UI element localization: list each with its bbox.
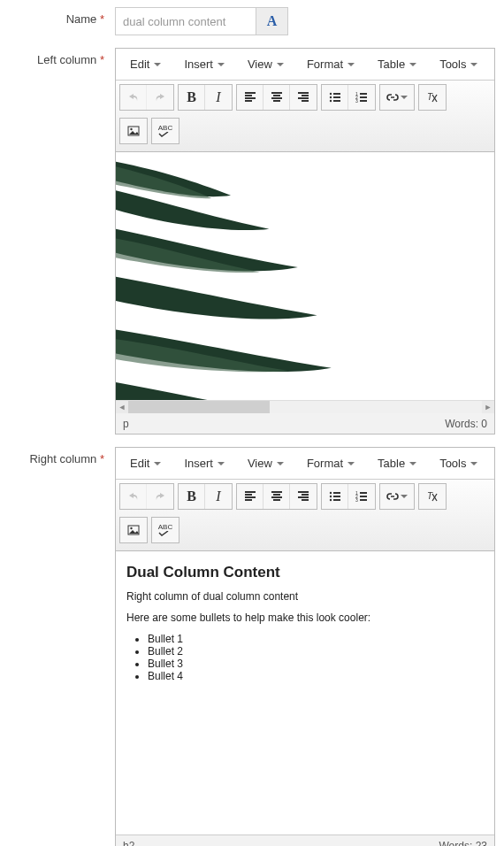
align-left-button[interactable]: [237, 484, 263, 509]
svg-point-44: [329, 496, 331, 497]
chevron-down-icon: [347, 462, 355, 465]
svg-text:T: T: [427, 92, 433, 102]
clear-format-icon: T: [426, 91, 439, 104]
required-mark: *: [100, 452, 104, 465]
name-label: Name *: [9, 7, 115, 26]
chevron-down-icon: [409, 462, 416, 465]
chevron-down-icon: [277, 63, 284, 66]
redo-icon: [154, 91, 166, 104]
bold-button[interactable]: B: [179, 85, 205, 110]
left-column-label: Left column *: [9, 48, 115, 66]
menu-tools[interactable]: Tools: [432, 451, 485, 475]
svg-point-58: [130, 527, 132, 529]
right-column-label: Right column *: [9, 447, 115, 465]
horizontal-scrollbar[interactable]: ◄ ►: [116, 400, 494, 412]
left-column-field-row: Left column * Edit Insert View Format Ta…: [9, 48, 495, 435]
italic-button[interactable]: I: [205, 484, 232, 509]
align-center-button[interactable]: [263, 85, 290, 110]
redo-icon: [154, 490, 166, 503]
right-editor-content[interactable]: Dual Column Content Right column of dual…: [116, 551, 494, 834]
bold-icon: B: [187, 488, 196, 504]
image-icon: [127, 524, 140, 536]
list-item: Bullet 1: [148, 633, 484, 645]
numbered-list-icon: 123: [355, 91, 368, 104]
bullet-list-icon: [329, 91, 341, 104]
list-item: Bullet 2: [148, 645, 484, 658]
remove-format-button[interactable]: T: [419, 484, 446, 509]
svg-point-12: [329, 93, 331, 95]
bold-button[interactable]: B: [179, 484, 205, 509]
redo-button[interactable]: [147, 484, 173, 509]
chevron-down-icon: [401, 96, 408, 99]
bold-icon: B: [187, 89, 196, 105]
menu-insert[interactable]: Insert: [177, 52, 232, 76]
name-input[interactable]: [115, 7, 256, 35]
align-left-icon: [244, 91, 256, 104]
undo-button[interactable]: [120, 85, 147, 110]
svg-point-14: [329, 96, 331, 98]
svg-text:3: 3: [355, 497, 358, 503]
image-icon: [127, 125, 140, 137]
bullet-list-button[interactable]: [322, 484, 348, 509]
align-right-button[interactable]: [290, 484, 317, 509]
menu-view[interactable]: View: [241, 52, 291, 76]
bullet-list-button[interactable]: [322, 85, 348, 110]
status-word-count: Words: 0: [445, 418, 487, 430]
menu-edit[interactable]: Edit: [123, 451, 168, 475]
locale-button[interactable]: A: [256, 7, 288, 35]
numbered-list-icon: 123: [355, 490, 368, 503]
image-button[interactable]: [120, 119, 147, 143]
locale-a-icon: A: [267, 13, 278, 29]
clear-format-icon: T: [426, 490, 439, 503]
svg-point-42: [329, 492, 331, 494]
editor-status-bar: p Words: 0: [116, 412, 494, 434]
right-column-editor: Edit Insert View Format Table Tools B I: [115, 447, 495, 846]
chevron-down-icon: [154, 63, 161, 66]
align-center-button[interactable]: [263, 484, 290, 509]
svg-text:3: 3: [355, 98, 358, 104]
editor-menubar: Edit Insert View Format Table Tools: [116, 448, 494, 480]
required-mark: *: [100, 12, 104, 26]
left-column-editor: Edit Insert View Format Table Tools B I: [115, 48, 495, 435]
spellcheck-button[interactable]: ABC: [152, 119, 179, 143]
menu-insert[interactable]: Insert: [177, 451, 232, 475]
undo-button[interactable]: [120, 484, 147, 509]
redo-button[interactable]: [147, 85, 173, 110]
status-element-path: p: [123, 418, 129, 430]
svg-point-16: [329, 100, 331, 102]
chevron-down-icon: [409, 63, 416, 66]
menu-table[interactable]: Table: [370, 52, 424, 76]
chevron-down-icon: [154, 462, 161, 465]
link-button[interactable]: [380, 85, 414, 110]
content-heading: Dual Column Content: [126, 564, 484, 581]
chevron-down-icon: [401, 495, 408, 498]
align-center-icon: [271, 490, 283, 503]
menu-edit[interactable]: Edit: [123, 52, 168, 76]
italic-icon: I: [216, 488, 220, 504]
numbered-list-button[interactable]: 123: [348, 484, 375, 509]
italic-button[interactable]: I: [205, 85, 232, 110]
align-right-button[interactable]: [290, 85, 317, 110]
scroll-left-icon: ◄: [116, 401, 128, 413]
menu-format[interactable]: Format: [300, 52, 362, 76]
chevron-down-icon: [218, 462, 225, 465]
numbered-list-button[interactable]: 123: [348, 85, 375, 110]
link-button[interactable]: [380, 484, 414, 509]
content-paragraph: Here are some bullets to help make this …: [126, 611, 484, 624]
menu-format[interactable]: Format: [300, 451, 362, 475]
spellcheck-button[interactable]: ABC: [152, 518, 179, 542]
content-paragraph: Right column of dual column content: [126, 590, 484, 603]
editor-toolbar: B I 123 T: [116, 81, 494, 152]
chevron-down-icon: [347, 63, 355, 66]
align-left-button[interactable]: [237, 85, 263, 110]
remove-format-button[interactable]: T: [419, 85, 446, 110]
menu-tools[interactable]: Tools: [432, 52, 485, 76]
undo-icon: [127, 91, 140, 104]
left-editor-content[interactable]: [116, 152, 494, 400]
menu-table[interactable]: Table: [370, 451, 424, 475]
status-word-count: Words: 23: [439, 840, 488, 847]
menu-view[interactable]: View: [241, 451, 291, 475]
align-center-icon: [271, 91, 283, 104]
content-bullet-list: Bullet 1 Bullet 2 Bullet 3 Bullet 4: [148, 633, 484, 682]
image-button[interactable]: [120, 518, 147, 542]
